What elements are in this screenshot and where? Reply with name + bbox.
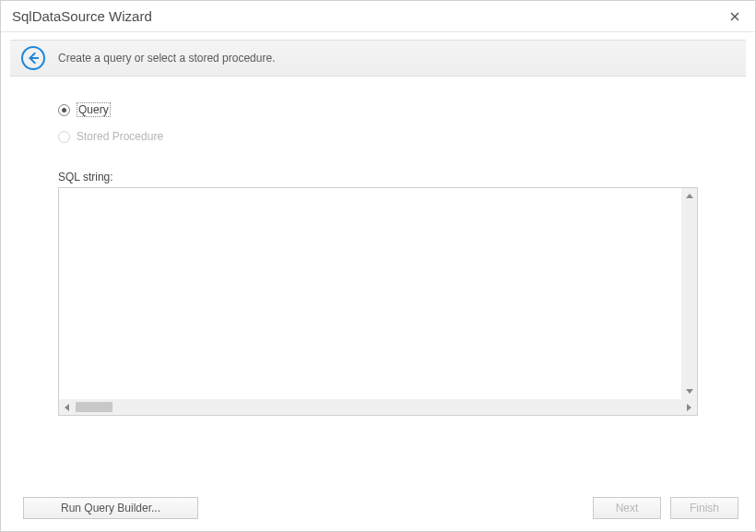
scroll-right-icon bbox=[681, 399, 697, 415]
next-button[interactable]: Next bbox=[593, 497, 661, 519]
horizontal-scrollbar[interactable] bbox=[59, 399, 697, 415]
wizard-footer: Run Query Builder... Next Finish bbox=[1, 485, 755, 531]
radio-stored-procedure-label: Stored Procedure bbox=[77, 130, 163, 143]
arrow-left-icon bbox=[27, 52, 40, 65]
sql-string-input[interactable] bbox=[59, 188, 681, 399]
radio-icon bbox=[58, 104, 70, 116]
scroll-down-icon bbox=[681, 384, 697, 399]
wizard-subtitle: Create a query or select a stored proced… bbox=[58, 52, 275, 65]
finish-button[interactable]: Finish bbox=[670, 497, 738, 519]
window-title: SqlDataSource Wizard bbox=[12, 8, 152, 24]
titlebar: SqlDataSource Wizard bbox=[1, 1, 755, 32]
scrollbar-thumb[interactable] bbox=[76, 402, 112, 412]
sql-string-field bbox=[58, 187, 698, 416]
wizard-window: SqlDataSource Wizard Create a query or s… bbox=[0, 0, 756, 532]
wizard-body: Query Stored Procedure SQL string: bbox=[1, 77, 755, 485]
scroll-up-icon bbox=[681, 188, 697, 204]
wizard-header: Create a query or select a stored proced… bbox=[10, 40, 746, 77]
close-icon bbox=[730, 12, 739, 21]
radio-query-label: Query bbox=[77, 102, 111, 117]
scroll-left-icon bbox=[59, 399, 75, 415]
close-button[interactable] bbox=[724, 6, 746, 28]
radio-query[interactable]: Query bbox=[58, 102, 111, 117]
radio-stored-procedure: Stored Procedure bbox=[58, 130, 163, 143]
sql-string-label: SQL string: bbox=[58, 171, 698, 183]
back-button[interactable] bbox=[21, 46, 45, 70]
run-query-builder-button[interactable]: Run Query Builder... bbox=[23, 497, 198, 519]
vertical-scrollbar[interactable] bbox=[681, 188, 697, 399]
radio-icon bbox=[58, 131, 70, 143]
